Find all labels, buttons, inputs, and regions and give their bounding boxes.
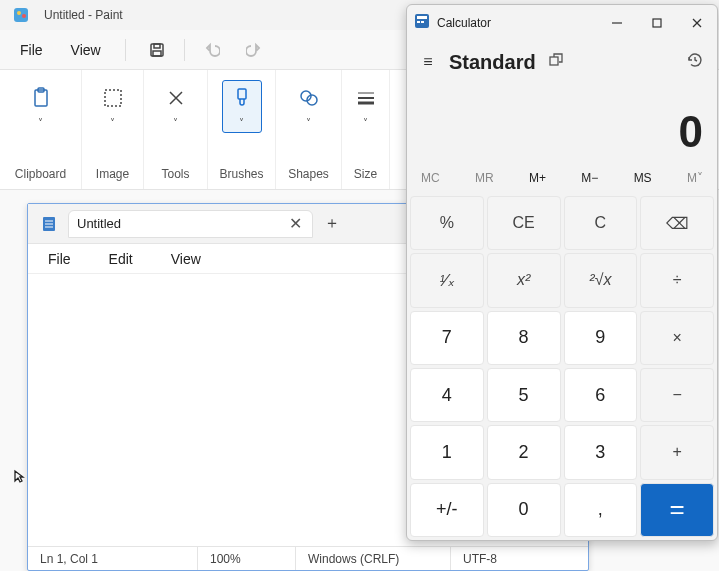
notepad-menu-edit[interactable]: Edit [99,247,143,271]
svg-point-1 [17,11,21,15]
key-0[interactable]: 0 [487,483,561,537]
svg-point-2 [22,14,26,18]
svg-rect-24 [653,19,661,27]
calc-display-value: 0 [679,107,703,157]
image-select-button[interactable]: ˅ [93,80,133,133]
status-eol: Windows (CRLF) [296,547,451,570]
key-9[interactable]: 9 [564,311,638,365]
key-6[interactable]: 6 [564,368,638,422]
ribbon-label-brushes: Brushes [219,167,263,181]
mem-mminus[interactable]: M− [581,171,598,185]
history-icon[interactable] [683,51,707,73]
status-position: Ln 1, Col 1 [28,547,198,570]
svg-rect-20 [417,16,427,19]
calc-titlebar: Calculator [407,5,717,41]
new-tab-button[interactable]: ＋ [317,210,347,238]
shapes-icon [296,85,322,111]
minimize-button[interactable] [597,7,637,39]
svg-rect-8 [105,90,121,106]
key-1[interactable]: 1 [410,425,484,479]
clipboard-icon [28,85,54,111]
notepad-tab[interactable]: Untitled ✕ [68,210,313,238]
ribbon-label-tools: Tools [161,167,189,181]
key-2[interactable]: 2 [487,425,561,479]
svg-rect-0 [14,8,28,22]
key-backspace[interactable]: ⌫ [640,196,714,250]
chevron-down-icon: ˅ [110,117,115,128]
tools-icon [163,85,189,111]
mem-mplus[interactable]: M+ [529,171,546,185]
key-sqrt[interactable]: ²√x [564,253,638,307]
brushes-button[interactable]: ˅ [222,80,262,133]
divider [125,39,126,61]
maximize-button[interactable] [637,7,677,39]
key-c[interactable]: C [564,196,638,250]
shapes-button[interactable]: ˅ [289,80,329,133]
ribbon-label-size: Size [354,167,377,181]
ribbon-label-image: Image [96,167,129,181]
select-icon [100,85,126,111]
hamburger-icon[interactable]: ≡ [417,53,439,71]
notepad-tab-title: Untitled [77,216,286,231]
tools-button[interactable]: ˅ [156,80,196,133]
key-reciprocal[interactable]: ¹⁄ₓ [410,253,484,307]
mem-ms[interactable]: MS [634,171,652,185]
calc-mode-label: Standard [449,51,536,74]
key-divide[interactable]: ÷ [640,253,714,307]
mem-mlist[interactable]: M˅ [687,171,703,185]
svg-rect-4 [154,44,160,48]
key-5[interactable]: 5 [487,368,561,422]
ribbon-label-clipboard: Clipboard [15,167,66,181]
ribbon-group-brushes: ˅ Brushes [208,70,276,189]
key-square[interactable]: x² [487,253,561,307]
calc-app-icon [415,14,429,32]
ribbon-label-shapes: Shapes [288,167,329,181]
calc-keypad: % CE C ⌫ ¹⁄ₓ x² ²√x ÷ 7 8 9 × 4 5 6 − 1 … [407,193,717,540]
ribbon-group-shapes: ˅ Shapes [276,70,342,189]
mem-mc[interactable]: MC [421,171,440,185]
close-button[interactable] [677,7,717,39]
mem-mr[interactable]: MR [475,171,494,185]
paint-menu-file[interactable]: File [10,38,53,62]
key-3[interactable]: 3 [564,425,638,479]
ribbon-group-clipboard: ˅ Clipboard [0,70,82,189]
key-negate[interactable]: +/- [410,483,484,537]
key-subtract[interactable]: − [640,368,714,422]
svg-rect-27 [550,57,558,65]
notepad-menu-file[interactable]: File [38,247,81,271]
key-multiply[interactable]: × [640,311,714,365]
chevron-down-icon: ˅ [239,117,244,128]
key-8[interactable]: 8 [487,311,561,365]
svg-rect-22 [421,21,424,23]
save-icon[interactable] [140,33,174,67]
paint-menu-view[interactable]: View [61,38,111,62]
calculator-window: Calculator ≡ Standard 0 MC MR M+ M− [406,4,718,541]
keep-on-top-icon[interactable] [544,52,568,72]
ribbon-group-image: ˅ Image [82,70,144,189]
svg-rect-9 [238,89,246,99]
paste-button[interactable]: ˅ [21,80,61,133]
key-ce[interactable]: CE [487,196,561,250]
calc-window-title: Calculator [437,16,597,30]
key-percent[interactable]: % [410,196,484,250]
svg-rect-21 [417,21,420,23]
calc-memory-bar: MC MR M+ M− MS M˅ [407,163,717,193]
calc-display: 0 [407,83,717,163]
calc-mode-bar: ≡ Standard [407,41,717,83]
ribbon-group-size: ˅ Size [342,70,390,189]
key-7[interactable]: 7 [410,311,484,365]
key-equals[interactable]: = [640,483,714,537]
undo-icon[interactable] [195,33,229,67]
notepad-app-icon [36,211,62,237]
svg-rect-5 [153,51,161,56]
close-icon[interactable]: ✕ [286,214,304,233]
chevron-down-icon: ˅ [38,117,43,128]
paint-window-title: Untitled - Paint [44,8,123,22]
notepad-menu-view[interactable]: View [161,247,211,271]
status-zoom: 100% [198,547,296,570]
key-4[interactable]: 4 [410,368,484,422]
key-add[interactable]: + [640,425,714,479]
size-button[interactable]: ˅ [346,80,386,133]
redo-icon[interactable] [237,33,271,67]
key-decimal[interactable]: , [564,483,638,537]
